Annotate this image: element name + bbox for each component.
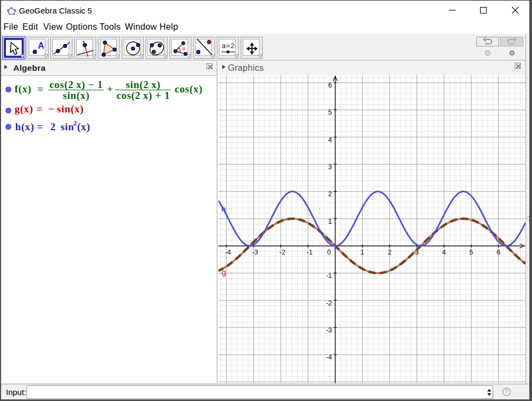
svg-text:a = 2: a = 2 (222, 42, 234, 50)
svg-text:1: 1 (361, 249, 364, 256)
svg-text:6: 6 (328, 82, 332, 89)
svg-text:-2: -2 (280, 249, 285, 256)
svg-text:4: 4 (328, 136, 332, 144)
svg-text:?: ? (505, 389, 508, 395)
svg-text:g: g (222, 268, 226, 277)
svg-text:4: 4 (442, 249, 446, 256)
svg-text:2: 2 (328, 190, 332, 198)
svg-text:α: α (183, 45, 186, 51)
svg-text:-1: -1 (307, 249, 312, 256)
svg-text:-2: -2 (326, 299, 332, 307)
svg-text:5: 5 (328, 109, 332, 116)
svg-text:6: 6 (497, 249, 501, 256)
svg-text:?: ? (487, 51, 489, 55)
svg-text:-1: -1 (326, 272, 332, 279)
svg-text:-3: -3 (252, 249, 258, 256)
svg-text:1: 1 (328, 218, 332, 225)
svg-text:-4: -4 (326, 353, 332, 361)
svg-text:h: h (222, 205, 226, 213)
svg-text:5: 5 (469, 249, 473, 256)
svg-text:-3: -3 (326, 326, 332, 334)
svg-text:0: 0 (327, 249, 331, 256)
svg-text:3: 3 (328, 163, 332, 171)
svg-text:A: A (38, 41, 44, 50)
svg-text:2: 2 (388, 249, 391, 256)
svg-text:-4: -4 (225, 249, 231, 256)
